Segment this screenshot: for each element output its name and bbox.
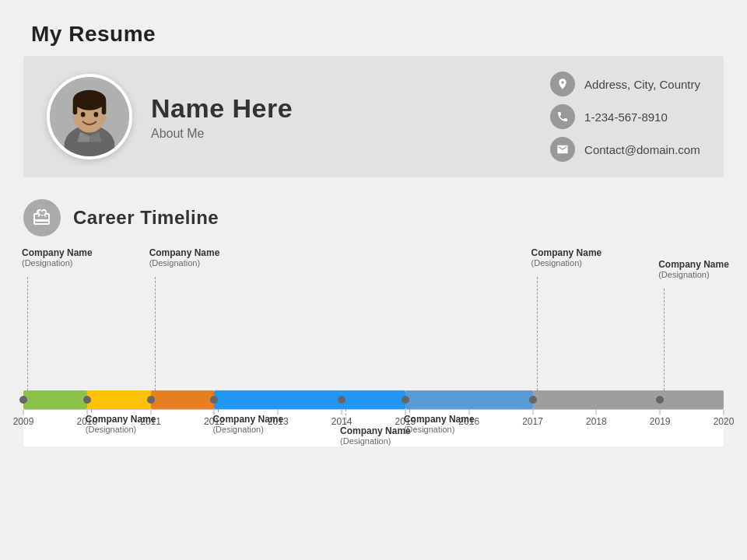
- year-label: 2018: [586, 416, 607, 427]
- year-tick: [596, 410, 597, 415]
- timeline-dot: [210, 396, 218, 404]
- career-title: Career Timeline: [73, 207, 219, 229]
- timeline-dot: [529, 396, 537, 404]
- svg-point-7: [81, 112, 86, 117]
- timeline-dot: [83, 396, 91, 404]
- year-label: 2009: [13, 416, 34, 427]
- year-label: 2017: [522, 416, 543, 427]
- svg-rect-5: [73, 100, 78, 115]
- svg-rect-6: [102, 100, 107, 115]
- company-name: Company Name: [22, 247, 93, 258]
- phone-icon: [550, 104, 575, 129]
- location-icon: [550, 72, 575, 96]
- page-title: My Resume: [31, 22, 716, 47]
- designation-text: (Designation): [658, 270, 729, 279]
- dashed-line-below: [218, 409, 219, 412]
- year-tick: [23, 410, 24, 415]
- timeline-label-above: Company Name(Designation): [658, 259, 729, 279]
- dashed-line-above: [664, 289, 665, 390]
- svg-point-4: [73, 90, 107, 110]
- year-label: 2019: [650, 416, 671, 427]
- bar-segment-orange: [151, 390, 215, 409]
- company-name: Company Name: [86, 414, 156, 425]
- svg-point-8: [94, 112, 99, 117]
- company-name: Company Name: [149, 247, 220, 258]
- dashed-line-above: [537, 277, 538, 390]
- timeline-dot: [19, 396, 27, 404]
- designation-text: (Designation): [86, 425, 156, 434]
- contact-phone-item: 1-234-567-8910: [550, 104, 700, 129]
- company-name: Company Name: [658, 259, 729, 270]
- company-name: Company Name: [212, 414, 283, 425]
- company-name: Company Name: [404, 414, 475, 425]
- designation-text: (Designation): [404, 425, 475, 434]
- year-tick: [532, 410, 533, 415]
- bar-segment-green: [23, 390, 87, 409]
- profile-banner: Name Here About Me Address, City, Countr…: [23, 56, 724, 177]
- timeline-label-above: Company Name(Designation): [22, 247, 93, 268]
- bar-segment-gray: [533, 390, 724, 409]
- title-area: My Resume: [0, 0, 747, 56]
- phone-text: 1-234-567-8910: [584, 110, 668, 124]
- contact-address-item: Address, City, Country: [550, 72, 700, 96]
- address-text: Address, City, Country: [584, 78, 700, 91]
- timeline-label-above: Company Name(Designation): [149, 247, 220, 268]
- designation-text: (Designation): [149, 258, 220, 268]
- dashed-line-below: [345, 409, 346, 424]
- dashed-line-below: [409, 409, 410, 412]
- bar-segment-yellow: [87, 390, 151, 409]
- dashed-line-below: [91, 409, 92, 412]
- year-tick: [660, 410, 661, 415]
- timeline-bars: [23, 390, 724, 409]
- company-name: Company Name: [340, 425, 411, 436]
- name-section: Name Here About Me: [151, 93, 519, 141]
- designation-text: (Designation): [531, 258, 602, 268]
- timeline-area: 2009201020112012201320142015201620172018…: [23, 244, 724, 446]
- timeline-label-below: Company Name(Designation): [86, 414, 156, 434]
- bar-segment-blue: [214, 390, 405, 409]
- timeline-label-below: Company Name(Designation): [212, 414, 283, 434]
- designation-text: (Designation): [340, 436, 411, 446]
- profile-about: About Me: [151, 127, 519, 141]
- timeline-label-above: Company Name(Designation): [531, 247, 602, 268]
- year-tick: [342, 410, 342, 415]
- email-icon: [550, 137, 575, 162]
- timeline-dot: [656, 396, 664, 404]
- bar-segment-steel-blue: [405, 390, 533, 409]
- profile-name: Name Here: [151, 93, 519, 124]
- avatar: [47, 74, 132, 159]
- company-name: Company Name: [531, 247, 602, 258]
- career-icon: [23, 199, 61, 236]
- timeline-label-below: Company Name(Designation): [404, 414, 475, 434]
- timeline-dot: [402, 396, 409, 404]
- dashed-line-above: [155, 277, 156, 390]
- timeline-label-below: Company Name(Designation): [340, 425, 411, 446]
- designation-text: (Designation): [22, 258, 93, 268]
- timeline-dot: [147, 396, 155, 404]
- contact-section: Address, City, Country 1-234-567-8910: [519, 72, 700, 162]
- timeline-dot: [338, 396, 345, 404]
- email-text: Contact@domain.com: [584, 143, 700, 156]
- career-header: Career Timeline: [23, 199, 724, 236]
- contact-email-item: Contact@domain.com: [550, 137, 700, 162]
- dashed-line-above: [27, 277, 28, 390]
- year-tick: [724, 410, 724, 415]
- designation-text: (Designation): [212, 425, 283, 434]
- year-label: 2020: [714, 416, 735, 427]
